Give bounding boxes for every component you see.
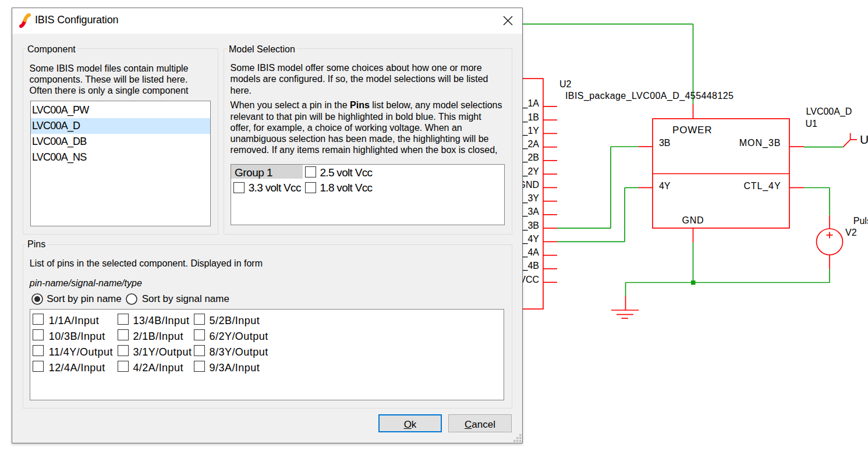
svg-text:GND: GND bbox=[682, 215, 704, 225]
svg-text:V2: V2 bbox=[845, 228, 857, 237]
svg-text:POWER: POWER bbox=[672, 125, 712, 136]
svg-text:U2: U2 bbox=[559, 79, 572, 89]
svg-text:CTL_4Y: CTL_4Y bbox=[743, 181, 781, 191]
svg-text:4Y: 4Y bbox=[659, 181, 671, 191]
svg-text:MON_3B: MON_3B bbox=[739, 138, 781, 148]
svg-text:U2:: U2: bbox=[860, 133, 868, 146]
svg-text:LVC00A_D: LVC00A_D bbox=[806, 106, 852, 117]
svg-text:3B: 3B bbox=[659, 138, 671, 148]
svg-text:Pulse(0 3.3 0 1n: Pulse(0 3.3 0 1n bbox=[853, 216, 868, 226]
svg-text:IBIS_package_LVC00A_D_45544812: IBIS_package_LVC00A_D_455448125 bbox=[565, 91, 734, 101]
svg-text:U1: U1 bbox=[805, 119, 817, 129]
